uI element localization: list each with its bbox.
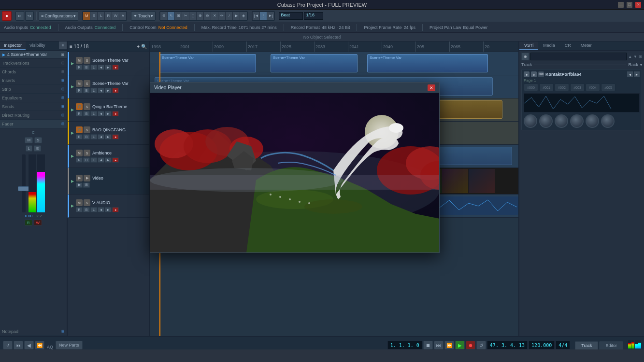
tc-prev-btn[interactable]: ◄ <box>98 207 104 212</box>
tc-r-btn[interactable]: R <box>76 88 83 93</box>
knob-4[interactable] <box>570 114 584 128</box>
maximize-button[interactable]: □ <box>627 2 632 8</box>
minimize-button[interactable]: — <box>618 2 624 8</box>
section-strip[interactable]: Strip ⊞ <box>0 85 67 94</box>
knob-1[interactable] <box>524 114 537 128</box>
instrument-icon[interactable]: ⌨ <box>538 71 544 77</box>
track-lane-1[interactable]: Scene+Theme Var Scene+Theme Var Scene+Th… <box>150 52 518 75</box>
vsti-ctrl-btn[interactable]: ⊕ <box>521 53 529 60</box>
record-btn[interactable]: ⏺ <box>466 341 475 349</box>
undo-btn[interactable]: ↩ <box>15 11 24 21</box>
search-track-icon[interactable]: 🔍 <box>141 44 147 49</box>
tab-visibility[interactable]: Visibility <box>26 42 49 50</box>
slot-005[interactable]: #005 <box>601 84 615 91</box>
tc-next-btn[interactable]: ► <box>105 157 112 163</box>
edit-btn[interactable]: E <box>34 145 41 152</box>
knob-5[interactable] <box>586 114 599 128</box>
track-expand-btn[interactable]: ▶ <box>70 179 75 183</box>
track-m-btn[interactable]: M <box>76 199 83 206</box>
tc-rec-btn[interactable]: ● <box>112 207 119 212</box>
rack-expand-icon[interactable]: ▾ <box>640 63 642 67</box>
section-fader[interactable]: Fader ⊞ <box>0 120 67 128</box>
track-expand-icon[interactable]: ⊞ <box>61 53 64 57</box>
track-expand-btn[interactable]: ▶ <box>70 131 75 136</box>
track-s-btn[interactable]: S <box>84 150 90 156</box>
slot-002[interactable]: #002 <box>555 84 569 91</box>
knob-2[interactable] <box>539 114 553 128</box>
video-player-close-btn[interactable]: ✕ <box>428 84 435 91</box>
clip-block[interactable]: Scene+Theme Var <box>159 54 256 72</box>
track-s-btn[interactable]: S <box>84 103 90 110</box>
section-equalizers[interactable]: Equalizers ⊞ <box>0 94 67 102</box>
mode-w-btn[interactable]: W <box>112 12 119 20</box>
snap-right-btn[interactable]: ►| <box>267 12 274 20</box>
tc-rec-btn[interactable]: ● <box>112 134 119 139</box>
tc-b-btn[interactable]: B <box>83 111 90 116</box>
power-btn[interactable]: ● <box>524 71 530 77</box>
track-s-btn[interactable]: S <box>84 80 90 87</box>
tab-inspector[interactable]: Inspector <box>0 42 26 50</box>
pencil-tool-btn[interactable]: ✏ <box>218 12 225 20</box>
split-tool-btn[interactable]: ✂ <box>182 12 189 20</box>
mode-l-btn[interactable]: L <box>98 12 104 20</box>
tc-next-btn[interactable]: ► <box>105 88 112 93</box>
tc-b-btn[interactable]: B <box>83 134 90 139</box>
clip-block[interactable]: Scene+Theme Var <box>271 54 358 72</box>
slot-003[interactable]: #003 <box>570 84 585 91</box>
color-tool-btn[interactable]: ◈ <box>240 12 247 20</box>
tc-next-btn[interactable]: ► <box>105 207 112 212</box>
wr-btn[interactable]: W <box>34 220 43 226</box>
tc-l-btn[interactable]: L <box>90 88 97 93</box>
tc-r-btn[interactable]: R <box>76 65 83 70</box>
app-logo[interactable]: ● <box>2 11 12 21</box>
section-sends[interactable]: Sends ⊞ <box>0 102 67 111</box>
tc-r-btn[interactable]: R <box>76 207 83 212</box>
new-parts-btn[interactable]: New Parts <box>56 341 83 349</box>
tc-prev-btn[interactable]: ◄ <box>98 157 104 163</box>
tab-track[interactable]: Track <box>575 341 598 349</box>
snap-grid-btn[interactable]: ⋮ <box>260 12 267 20</box>
redo-btn[interactable]: ↪ <box>25 11 34 21</box>
tc-b-btn[interactable]: B <box>83 65 90 70</box>
fast-back-btn[interactable]: ⏪ <box>35 341 44 349</box>
video-tc-btn[interactable]: ▶ <box>76 182 83 188</box>
zoom-out-btn[interactable]: ⊖ <box>204 12 211 20</box>
slot-004[interactable]: #004 <box>586 84 600 91</box>
tc-rec-btn[interactable]: ● <box>112 65 119 70</box>
track-expand-btn[interactable]: ▶ <box>70 61 75 66</box>
touch-btn[interactable]: ✦ Touch ▾ <box>131 11 156 21</box>
tab-cr[interactable]: CR <box>560 42 576 50</box>
track-s-btn[interactable]: S <box>84 57 90 64</box>
line-tool-btn[interactable]: / <box>226 12 232 20</box>
tc-rec-btn[interactable]: ● <box>112 88 119 93</box>
tab-editor[interactable]: Editor <box>599 341 623 349</box>
track-s-btn[interactable]: S <box>84 126 90 133</box>
configurations-btn[interactable]: ≡ Configurations ▾ <box>39 11 78 21</box>
glue-tool-btn[interactable]: ⌺ <box>189 12 196 20</box>
tab-vsti[interactable]: VSTi <box>519 42 538 50</box>
tc-l-btn[interactable]: L <box>90 157 97 163</box>
tc-b-btn[interactable]: B <box>83 157 90 163</box>
track-expand-btn[interactable]: ▶ <box>70 204 75 209</box>
tc-next-btn[interactable]: ► <box>105 65 112 70</box>
plugin-prev-btn[interactable]: ◄ <box>627 71 633 77</box>
vsti-search-input[interactable] <box>530 53 627 60</box>
solo-btn[interactable]: S <box>34 137 42 143</box>
slot-000[interactable]: #000 <box>524 84 538 91</box>
close-window-button[interactable]: ✕ <box>635 2 641 8</box>
tc-l-btn[interactable]: L <box>90 134 97 139</box>
read-btn[interactable]: L <box>26 145 32 152</box>
tc-r-btn[interactable]: R <box>76 157 83 163</box>
vsti-up-icon[interactable]: ▲ <box>628 55 632 59</box>
tc-prev-btn[interactable]: ◄ <box>98 88 104 93</box>
inspector-settings-btn[interactable]: ≡ <box>59 42 67 49</box>
tc-prev-btn[interactable]: ◄ <box>98 111 104 116</box>
play-btn[interactable]: ▶ <box>455 341 465 349</box>
section-inserts[interactable]: Inserts ⊞ <box>0 76 67 85</box>
track-s-btn[interactable]: S <box>84 199 90 206</box>
stop-btn[interactable]: ⏹ <box>423 341 433 349</box>
mode-a-btn[interactable]: A <box>119 12 126 20</box>
snap-left-btn[interactable]: |◄ <box>253 12 259 20</box>
loop-active-btn[interactable]: ↺ <box>476 341 486 349</box>
mode-m-btn[interactable]: M <box>83 12 90 20</box>
